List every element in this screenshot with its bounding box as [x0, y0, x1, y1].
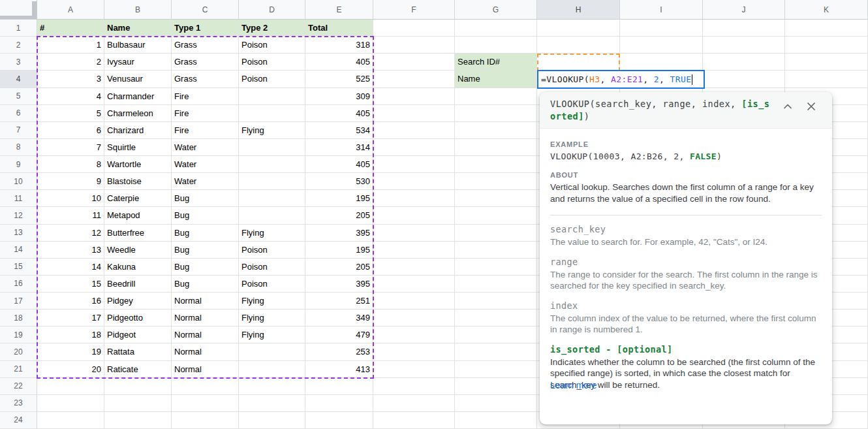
cell-A1[interactable]: #	[37, 20, 104, 37]
cell-D24[interactable]	[239, 412, 305, 429]
cell-C15[interactable]: Bug	[172, 259, 239, 276]
cell-G20[interactable]	[455, 343, 537, 360]
cell-F4[interactable]	[373, 71, 455, 87]
cell-B11[interactable]: Caterpie	[104, 190, 172, 207]
cell-D9[interactable]	[239, 156, 305, 173]
cell-F12[interactable]	[373, 207, 455, 224]
cell-F5[interactable]	[373, 88, 455, 105]
cell-A18[interactable]: 17	[37, 310, 104, 326]
cell-C17[interactable]: Normal	[172, 293, 239, 310]
cell-B12[interactable]: Metapod	[104, 207, 172, 224]
cell-A11[interactable]: 10	[37, 190, 104, 207]
cell-E1[interactable]: Total	[305, 20, 373, 37]
cell-B20[interactable]: Rattata	[104, 343, 172, 360]
cell-C11[interactable]: Bug	[172, 190, 239, 207]
cell-F10[interactable]	[373, 173, 455, 190]
row-header-15[interactable]: 15	[0, 259, 37, 276]
cell-K4[interactable]	[785, 71, 868, 87]
cell-I3[interactable]	[620, 54, 703, 71]
cell-G23[interactable]	[455, 395, 537, 412]
cell-C6[interactable]: Fire	[172, 105, 239, 122]
select-all-corner[interactable]	[0, 0, 37, 20]
cell-D13[interactable]: Flying	[239, 225, 305, 242]
row-header-10[interactable]: 10	[0, 173, 37, 190]
cell-E9[interactable]: 405	[305, 156, 373, 173]
cell-B8[interactable]: Squirtle	[104, 139, 172, 156]
cell-F8[interactable]	[373, 139, 455, 156]
cell-D20[interactable]	[239, 343, 305, 360]
cell-G2[interactable]	[455, 37, 537, 54]
cell-C10[interactable]: Water	[172, 173, 239, 190]
cell-C2[interactable]: Grass	[172, 37, 239, 54]
row-header-1[interactable]: 1	[0, 20, 37, 37]
cell-E12[interactable]: 205	[305, 207, 373, 224]
column-header-A[interactable]: A	[37, 0, 104, 20]
cell-D23[interactable]	[239, 395, 305, 412]
cell-A6[interactable]: 5	[37, 105, 104, 122]
cell-G1[interactable]	[455, 20, 537, 37]
cell-B2[interactable]: Bulbasaur	[104, 37, 172, 54]
cell-A4[interactable]: 3	[37, 71, 104, 87]
cell-A3[interactable]: 2	[37, 54, 104, 71]
cell-F3[interactable]	[373, 54, 455, 71]
cell-G7[interactable]	[455, 122, 537, 139]
row-header-23[interactable]: 23	[0, 395, 37, 412]
cell-K2[interactable]	[785, 37, 868, 54]
cell-B15[interactable]: Kakuna	[104, 259, 172, 276]
cell-A2[interactable]: 1	[37, 37, 104, 54]
cell-G17[interactable]	[455, 293, 537, 310]
row-header-9[interactable]: 9	[0, 156, 37, 173]
row-header-4[interactable]: 4	[0, 71, 37, 87]
cell-E19[interactable]: 479	[305, 326, 373, 343]
row-header-3[interactable]: 3	[0, 54, 37, 71]
cell-C19[interactable]: Normal	[172, 326, 239, 343]
row-header-19[interactable]: 19	[0, 326, 37, 343]
cell-B4[interactable]: Venusaur	[104, 71, 172, 87]
row-header-2[interactable]: 2	[0, 37, 37, 54]
cell-E17[interactable]: 251	[305, 293, 373, 310]
cell-F19[interactable]	[373, 326, 455, 343]
cell-D19[interactable]: Flying	[239, 326, 305, 343]
cell-B9[interactable]: Wartortle	[104, 156, 172, 173]
cell-B17[interactable]: Pidgey	[104, 293, 172, 310]
row-header-24[interactable]: 24	[0, 412, 37, 429]
cell-B7[interactable]: Charizard	[104, 122, 172, 139]
cell-B3[interactable]: Ivysaur	[104, 54, 172, 71]
cell-A14[interactable]: 13	[37, 242, 104, 259]
column-header-B[interactable]: B	[104, 0, 172, 20]
learn-more-link[interactable]: Learn more	[550, 380, 597, 390]
cell-J2[interactable]	[703, 37, 785, 54]
cell-A20[interactable]: 19	[37, 343, 104, 360]
cell-D15[interactable]: Poison	[239, 259, 305, 276]
cell-I2[interactable]	[620, 37, 703, 54]
cell-A10[interactable]: 9	[37, 173, 104, 190]
cell-F22[interactable]	[373, 378, 455, 395]
cell-B13[interactable]: Butterfree	[104, 225, 172, 242]
cell-C12[interactable]: Bug	[172, 207, 239, 224]
cell-D16[interactable]: Poison	[239, 276, 305, 293]
column-header-C[interactable]: C	[172, 0, 239, 20]
cell-B21[interactable]: Raticate	[104, 361, 172, 378]
cell-D18[interactable]: Flying	[239, 310, 305, 326]
cell-A19[interactable]: 18	[37, 326, 104, 343]
row-header-6[interactable]: 6	[0, 105, 37, 122]
cell-A24[interactable]	[37, 412, 104, 429]
cell-H2[interactable]	[537, 37, 620, 54]
row-header-22[interactable]: 22	[0, 378, 37, 395]
column-header-E[interactable]: E	[305, 0, 373, 20]
cell-E7[interactable]: 534	[305, 122, 373, 139]
cell-G24[interactable]	[455, 412, 537, 429]
cell-K3[interactable]	[785, 54, 868, 71]
cell-A8[interactable]: 7	[37, 139, 104, 156]
cell-A7[interactable]: 6	[37, 122, 104, 139]
cell-D1[interactable]: Type 2	[239, 20, 305, 37]
cell-E23[interactable]	[305, 395, 373, 412]
cell-F9[interactable]	[373, 156, 455, 173]
chevron-up-icon[interactable]	[781, 100, 794, 113]
cell-G19[interactable]	[455, 326, 537, 343]
cell-A17[interactable]: 16	[37, 293, 104, 310]
cell-D5[interactable]	[239, 88, 305, 105]
cell-G22[interactable]	[455, 378, 537, 395]
cell-D7[interactable]: Flying	[239, 122, 305, 139]
cell-A22[interactable]	[37, 378, 104, 395]
